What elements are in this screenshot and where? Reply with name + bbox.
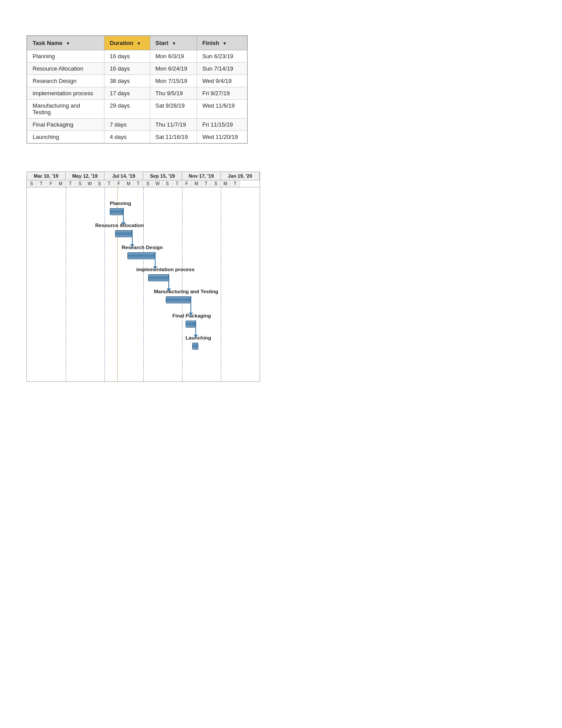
gantt-connector bbox=[123, 208, 124, 223]
cell-finish: Fri 11/15/19 bbox=[197, 119, 247, 131]
sort-arrow[interactable]: ▼ bbox=[223, 41, 227, 46]
gantt-day-label: S bbox=[163, 180, 172, 187]
gantt-day-label: S bbox=[75, 180, 85, 187]
period-line-4 bbox=[182, 187, 182, 381]
cell-finish: Sun 7/14/19 bbox=[197, 63, 247, 75]
cell-start: Sat 11/16/19 bbox=[150, 131, 197, 143]
gantt-arrow bbox=[189, 313, 193, 316]
task-table: Task Name ▼Duration ▼Start ▼Finish ▼ Pla… bbox=[27, 36, 247, 143]
cell-task: Planning bbox=[27, 50, 104, 63]
gantt-day-label: S bbox=[211, 180, 221, 187]
gantt-day-label: S bbox=[95, 180, 104, 187]
table-row: Research Design38 daysMon 7/15/19Wed 9/4… bbox=[27, 75, 247, 87]
gantt-bar bbox=[192, 343, 198, 350]
cell-finish: Wed 11/20/19 bbox=[197, 131, 247, 143]
gantt-connector bbox=[132, 230, 133, 245]
cell-duration: 16 days bbox=[104, 50, 150, 63]
cell-duration: 38 days bbox=[104, 75, 150, 87]
gantt-arrow bbox=[153, 266, 157, 269]
cell-start: Thu 9/5/19 bbox=[150, 87, 197, 100]
col-header-finish: Finish ▼ bbox=[197, 36, 247, 50]
period-line-3 bbox=[143, 187, 144, 381]
cell-task: Resource Allocation bbox=[27, 63, 104, 75]
cell-finish: Fri 9/27/19 bbox=[197, 87, 247, 100]
gantt-connector bbox=[190, 296, 191, 313]
cell-duration: 7 days bbox=[104, 119, 150, 131]
gantt-bar bbox=[186, 321, 195, 328]
gantt-day-label: T bbox=[134, 180, 143, 187]
gantt-connector bbox=[195, 320, 196, 335]
gantt-task-label: Manufacturing and Testing bbox=[154, 289, 218, 294]
sort-arrow[interactable]: ▼ bbox=[137, 41, 141, 46]
gantt-day-label: S bbox=[27, 180, 37, 187]
table-body: Planning16 daysMon 6/3/19Sun 6/23/19Reso… bbox=[27, 50, 247, 143]
col-header-start: Start ▼ bbox=[150, 36, 197, 50]
table-row: Resource Allocation16 daysMon 6/24/19Sun… bbox=[27, 63, 247, 75]
cell-finish: Wed 9/4/19 bbox=[197, 75, 247, 87]
gantt-connector bbox=[168, 274, 169, 289]
gantt-bar bbox=[148, 274, 168, 281]
gantt-period-label: Jul 14, '19 bbox=[104, 172, 143, 180]
period-line-2 bbox=[104, 187, 105, 381]
cell-task: Final Packaging bbox=[27, 119, 104, 131]
today-line bbox=[117, 187, 118, 381]
gantt-day-row: STFMTSWSTFMTSWSTFMTSMT bbox=[27, 180, 260, 187]
cell-task: implementation process bbox=[27, 87, 104, 100]
gantt-arrow bbox=[194, 335, 198, 338]
gantt-task-label: Planning bbox=[110, 201, 131, 206]
sort-arrow[interactable]: ▼ bbox=[172, 41, 176, 46]
gantt-wrapper: Mar 10, '19May 12, '19Jul 14, '19Sep 15,… bbox=[26, 172, 536, 383]
gantt-period-label: Mar 10, '19 bbox=[27, 172, 66, 180]
cell-start: Mon 6/24/19 bbox=[150, 63, 197, 75]
gantt-day-label: S bbox=[143, 180, 153, 187]
cell-start: Mon 7/15/19 bbox=[150, 75, 197, 87]
gantt-day-label: M bbox=[56, 180, 66, 187]
gantt-arrow bbox=[130, 244, 134, 247]
gantt-chart: Mar 10, '19May 12, '19Jul 14, '19Sep 15,… bbox=[26, 172, 260, 382]
cell-start: Thu 11/7/19 bbox=[150, 119, 197, 131]
gantt-day-label: W bbox=[153, 180, 163, 187]
cell-task: Research Design bbox=[27, 75, 104, 87]
period-line-1 bbox=[66, 187, 66, 381]
gantt-day-label: F bbox=[46, 180, 56, 187]
cell-finish: Wed 11/6/19 bbox=[197, 100, 247, 119]
gantt-period-label: Nov 17, '19 bbox=[182, 172, 221, 180]
cell-duration: 4 days bbox=[104, 131, 150, 143]
gantt-period-label: Sep 15, '19 bbox=[143, 172, 182, 180]
gantt-period-row: Mar 10, '19May 12, '19Jul 14, '19Sep 15,… bbox=[27, 172, 260, 180]
gantt-task-label: Resource Allocation bbox=[95, 223, 144, 228]
gantt-day-label: F bbox=[114, 180, 124, 187]
gantt-day-label: T bbox=[66, 180, 75, 187]
gantt-task-label: implementation process bbox=[136, 267, 194, 272]
gantt-day-label: T bbox=[231, 180, 240, 187]
gantt-day-label: F bbox=[182, 180, 192, 187]
gantt-day-label: T bbox=[104, 180, 114, 187]
gantt-day-label: T bbox=[172, 180, 182, 187]
cell-start: Mon 6/3/19 bbox=[150, 50, 197, 63]
gantt-day-label: W bbox=[85, 180, 95, 187]
cell-task: Manufacturing and Testing bbox=[27, 100, 104, 119]
col-header-task: Task Name ▼ bbox=[27, 36, 104, 50]
gantt-day-label: M bbox=[124, 180, 134, 187]
cell-duration: 16 days bbox=[104, 63, 150, 75]
gantt-bar bbox=[166, 296, 190, 303]
cell-start: Sat 9/28/19 bbox=[150, 100, 197, 119]
cell-duration: 17 days bbox=[104, 87, 150, 100]
cell-task: Launching bbox=[27, 131, 104, 143]
table-row: implementation process17 daysThu 9/5/19F… bbox=[27, 87, 247, 100]
table-row: Final Packaging7 daysThu 11/7/19Fri 11/1… bbox=[27, 119, 247, 131]
gantt-period-label: Jan 19, '20 bbox=[221, 172, 260, 180]
gantt-arrow bbox=[167, 288, 171, 291]
gantt-period-label: May 12, '19 bbox=[66, 172, 104, 180]
gantt-body: PlanningResource AllocationResearch Desi… bbox=[27, 187, 260, 381]
cell-finish: Sun 6/23/19 bbox=[197, 50, 247, 63]
sort-arrow[interactable]: ▼ bbox=[66, 41, 70, 46]
table-header-row: Task Name ▼Duration ▼Start ▼Finish ▼ bbox=[27, 36, 247, 50]
gantt-day-label: M bbox=[192, 180, 201, 187]
col-header-duration: Duration ▼ bbox=[104, 36, 150, 50]
gantt-bar bbox=[110, 208, 123, 215]
period-line-5 bbox=[221, 187, 221, 381]
gantt-bar bbox=[127, 252, 155, 259]
gantt-day-label: T bbox=[201, 180, 211, 187]
gantt-connector bbox=[155, 252, 156, 267]
